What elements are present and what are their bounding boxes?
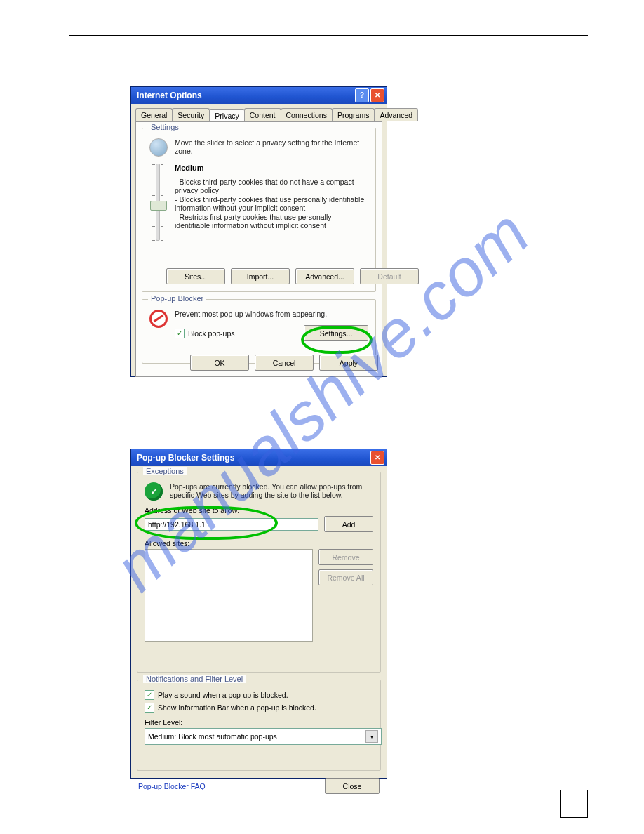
privacy-level-label: Medium <box>175 164 368 172</box>
ok-button[interactable]: OK <box>190 355 249 371</box>
checkbox-icon <box>145 690 154 700</box>
page-footer-rule <box>69 783 588 783</box>
block-icon <box>149 310 168 328</box>
sites-button[interactable]: Sites... <box>166 268 225 284</box>
tab-security[interactable]: Security <box>172 108 210 121</box>
settings-instruction: Move the slider to select a privacy sett… <box>175 138 368 155</box>
play-sound-label: Play a sound when a pop-up is blocked. <box>158 691 288 699</box>
help-button[interactable]: ? <box>355 88 369 102</box>
address-label: Address of Web site to allow: <box>145 506 373 515</box>
shield-check-icon: ✓ <box>145 482 163 501</box>
settings-group-title: Settings <box>148 123 182 131</box>
dialog-titlebar: Internet Options ? ✕ <box>131 87 387 104</box>
notifications-group-title: Notifications and Filter Level <box>143 675 246 683</box>
remove-button: Remove <box>318 549 373 565</box>
allowed-sites-list[interactable] <box>145 549 313 642</box>
default-button: Default <box>360 268 419 284</box>
privacy-description: - Blocks third-party cookies that do not… <box>175 178 368 230</box>
page-number-box <box>560 790 588 818</box>
privacy-slider[interactable] <box>149 164 166 241</box>
bullet-3: - Restricts first-party cookies that use… <box>175 213 368 230</box>
settings-group: Settings Move the slider to select a pri… <box>142 128 376 292</box>
tab-privacy[interactable]: Privacy <box>209 109 244 122</box>
bullet-1: - Blocks third-party cookies that do not… <box>175 178 368 194</box>
tab-general[interactable]: General <box>135 108 173 121</box>
page-header-rule <box>69 35 588 36</box>
block-popups-checkbox[interactable]: Block pop-ups <box>175 329 235 338</box>
dialog-button-row: OK Cancel Apply <box>190 355 378 371</box>
tab-strip: General Security Privacy Content Connect… <box>131 104 387 121</box>
notifications-group: Notifications and Filter Level Play a so… <box>137 680 381 771</box>
close-icon: ✕ <box>375 92 380 99</box>
popup-group-title: Pop-up Blocker <box>148 294 206 303</box>
show-infobar-label: Show Information Bar when a pop-up is bl… <box>158 703 316 712</box>
popup-instruction: Prevent most pop-up windows from appeari… <box>175 310 368 318</box>
close-button[interactable]: ✕ <box>370 88 384 102</box>
tab-programs[interactable]: Programs <box>332 108 375 121</box>
cancel-button[interactable]: Cancel <box>255 355 314 371</box>
import-button[interactable]: Import... <box>231 268 290 284</box>
exceptions-instruction: Pop-ups are currently blocked. You can a… <box>170 482 373 499</box>
advanced-button[interactable]: Advanced... <box>295 268 354 284</box>
close-button[interactable]: ✕ <box>370 451 384 465</box>
exceptions-group-title: Exceptions <box>143 467 187 475</box>
checkbox-icon <box>145 703 154 713</box>
exceptions-group: Exceptions ✓ Pop-ups are currently block… <box>137 472 381 673</box>
block-popups-label: Block pop-ups <box>188 329 235 338</box>
close-icon: ✕ <box>375 454 380 461</box>
remove-all-button: Remove All <box>318 569 373 585</box>
allowed-sites-label: Allowed sites: <box>145 539 373 548</box>
slider-thumb[interactable] <box>150 201 167 211</box>
filter-level-value: Medium: Block most automatic pop-ups <box>148 732 277 741</box>
help-icon: ? <box>360 92 364 99</box>
tab-panel: Settings Move the slider to select a pri… <box>135 121 382 377</box>
tab-content[interactable]: Content <box>244 108 281 121</box>
bullet-2: - Blocks third-party cookies that use pe… <box>175 195 368 212</box>
filter-level-select[interactable]: Medium: Block most automatic pop-ups ▾ <box>145 728 382 745</box>
close-dialog-button[interactable]: Close <box>325 778 380 794</box>
play-sound-checkbox[interactable]: Play a sound when a pop-up is blocked. <box>145 690 373 700</box>
tab-advanced[interactable]: Advanced <box>374 108 418 121</box>
tab-connections[interactable]: Connections <box>281 108 333 121</box>
show-infobar-checkbox[interactable]: Show Information Bar when a pop-up is bl… <box>145 703 373 713</box>
dialog-title: Internet Options <box>137 87 202 104</box>
filter-level-label: Filter Level: <box>145 718 373 727</box>
popup-settings-button[interactable]: Settings... <box>304 325 368 341</box>
chevron-down-icon: ▾ <box>365 730 378 743</box>
globe-icon <box>149 138 168 157</box>
internet-options-dialog: Internet Options ? ✕ General Security Pr… <box>130 86 387 377</box>
add-button[interactable]: Add <box>324 516 373 532</box>
checkbox-icon <box>175 329 185 338</box>
dialog-content: Exceptions ✓ Pop-ups are currently block… <box>131 466 387 783</box>
dialog-titlebar: Pop-up Blocker Settings ✕ <box>131 449 387 466</box>
apply-button[interactable]: Apply <box>319 355 378 371</box>
dialog-title: Pop-up Blocker Settings <box>137 449 234 466</box>
address-input[interactable] <box>145 518 318 531</box>
popup-blocker-settings-dialog: Pop-up Blocker Settings ✕ Exceptions ✓ P… <box>130 449 387 779</box>
